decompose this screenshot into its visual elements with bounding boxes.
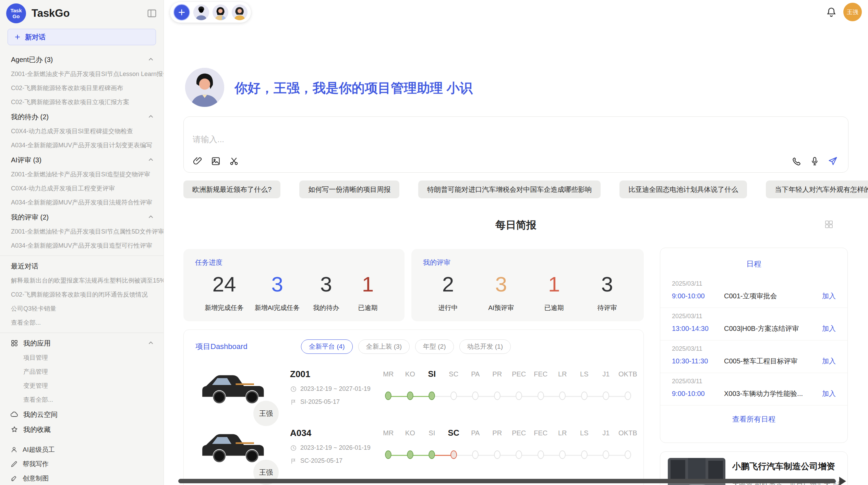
sidebar-item[interactable]: Z001-全新燃油皮卡产品开发项目SI节点Lesson Learn报告 [0,67,164,81]
sidebar-item-ai-employee[interactable]: AI超级员工 [0,443,164,457]
truck-image [196,423,268,466]
agent-avatar[interactable] [193,4,209,20]
app-item-change-mgmt[interactable]: 变更管理 [0,379,164,393]
filter-year-model[interactable]: 年型 (2) [415,339,454,354]
project-row-a034[interactable]: 王强 A034 2023-12-19 ~ 2026-01-19 SC-2025-… [184,419,643,478]
milestone-dot [625,391,631,400]
plus-icon [14,34,21,40]
attachment-icon[interactable] [193,156,203,166]
section-ai-review[interactable]: AI评审 (3) [0,152,164,167]
chat-input[interactable] [193,135,707,144]
recent-chat-item[interactable]: 公司Q3轻卡销量 [0,302,164,316]
chevron-up-icon[interactable] [147,113,155,121]
app-item-product-mgmt[interactable]: 产品管理 [0,365,164,379]
scroll-right-arrow[interactable] [839,477,846,485]
suggestion-chips: 欧洲新规最近颁布了什么? 如何写一份清晰的项目周报 特朗普可能对进口汽车增税会对… [183,181,855,198]
join-link[interactable]: 加入 [822,291,836,301]
apps-view-all[interactable]: 查看全部... [0,393,164,407]
star-icon [10,425,19,434]
sidebar-item[interactable]: C02-飞腾新能源轻客改款项目立项汇报方案 [0,95,164,109]
sidebar-item[interactable]: A034-全新新能源MUV产品开发项目法规符合性评审 [0,196,164,210]
sidebar-item[interactable]: A034-全新新能源MUV产品开发项目造型可行性评审 [0,239,164,253]
section-recent-chats: 最近对话 [0,259,164,274]
layout-grid-icon[interactable] [824,219,834,229]
image-upload-icon[interactable] [211,156,221,166]
suggestion-chip[interactable]: 欧洲新规最近颁布了什么? [183,181,280,198]
milestone-dot [625,450,631,459]
agent-avatar[interactable] [213,4,228,20]
my-reviews-title: 我的评审 [423,258,632,267]
schedule-event: 2025/03/11 9:00-10:00 X003-车辆动力学性能验... 加… [660,373,847,406]
join-link[interactable]: 加入 [822,389,836,398]
horizontal-scrollbar[interactable] [178,479,836,483]
pen-icon [10,475,18,482]
view-all-schedule-link[interactable]: 查看所有日程 [660,414,847,424]
milestone-dot [407,450,413,459]
agent-avatar[interactable] [232,4,248,20]
project-code: A034 [290,428,311,438]
chevron-up-icon[interactable] [147,339,155,347]
project-flag-date: SI-2025-05-17 [290,398,340,406]
cloud-icon [10,410,19,419]
stat-review-overdue: 1 已逾期 [539,270,569,312]
suggestion-chip[interactable]: 比亚迪全固态电池计划具体说了什么 [619,181,747,198]
plus-icon [177,8,186,17]
send-icon[interactable] [828,156,838,166]
notification-bell-icon[interactable] [825,6,837,18]
chevron-up-icon[interactable] [147,213,155,221]
filter-new-body[interactable]: 全新上装 (3) [358,339,410,354]
recent-chat-item[interactable]: 解释最新出台的欧盟报废车法规再生塑料比例被调至15%... [0,274,164,288]
greeting-text: 你好，王强，我是你的项目管理助理 小识 [234,79,473,97]
sidebar: Task Go TaskGo 新对话 Agent已办 (3) Z001-全新燃油… [0,0,164,485]
sidebar-item[interactable]: Z001-全新燃油轻卡产品开发项目SI节点属性5D文件评审 [0,225,164,239]
schedule-card: 日程 2025/03/11 9:00-10:00 C001-立项审批会 加入 2… [660,248,848,443]
recent-chat-item[interactable]: C02-飞腾新能源轻客改款项目的闭环通告反馈情况 [0,288,164,302]
chevron-up-icon[interactable] [147,156,155,164]
milestone-dot [603,450,609,459]
microphone-icon[interactable] [810,156,820,166]
user-avatar[interactable]: 王强 [843,3,862,21]
voice-call-icon[interactable] [792,156,801,166]
clock-icon [290,445,297,451]
sidebar-item-help-write[interactable]: 帮我写作 [0,457,164,471]
sidebar-item[interactable]: A034-全新新能源MUV产品开发项目计划变更表编写 [0,138,164,152]
sidebar-item-creative-draw[interactable]: 创意制图 [0,471,164,485]
sidebar-item[interactable]: C0X4-动力总成开发项目工程变更评审 [0,182,164,196]
sidebar-item-my-apps[interactable]: 我的应用 [0,336,164,351]
chevron-up-icon[interactable] [147,56,155,63]
project-dates: 2023-12-19 ~ 2026-01-19 [290,444,371,451]
sidebar-item[interactable]: C02-飞腾新能源轻客改款项目里程碑画布 [0,81,164,95]
section-my-todo[interactable]: 我的待办 (2) [0,109,164,124]
stat-pending-review: 3 待评审 [592,270,623,312]
filter-powertrain[interactable]: 动总开发 (1) [459,339,511,354]
recent-view-all[interactable]: 查看全部... [0,316,164,330]
milestone-dot [494,391,501,400]
sidebar-item-cloud-space[interactable]: 我的云空间 [0,407,164,422]
join-link[interactable]: 加入 [822,324,836,333]
section-agent-done[interactable]: Agent已办 (3) [0,52,164,67]
divider [0,333,164,333]
section-my-review[interactable]: 我的评审 (2) [0,210,164,225]
sidebar-collapse-icon[interactable] [146,8,157,19]
new-session-button[interactable] [173,4,190,21]
suggestion-chip[interactable]: 如何写一份清晰的项目周报 [299,181,399,198]
sidebar-item[interactable]: C0X4-动力总成开发项目SI里程碑提交物检查 [0,124,164,138]
truck-image [196,364,268,407]
milestone-dot [559,450,566,459]
filter-new-platform[interactable]: 全新平台 (4) [301,339,353,354]
milestone-dot [385,450,391,459]
stat-my-todo: 3 我的待办 [311,270,341,312]
milestone-dot [450,450,457,459]
suggestion-chip[interactable]: 特朗普可能对进口汽车增税会对中国车企造成哪些影响 [418,181,601,198]
join-link[interactable]: 加入 [822,357,836,366]
sidebar-item-favorites[interactable]: 我的收藏 [0,422,164,437]
new-chat-button[interactable]: 新对话 [8,29,156,45]
milestone-dot [429,391,435,400]
app-item-project-mgmt[interactable]: 项目管理 [0,351,164,365]
sidebar-item[interactable]: Z001-全新燃油轻卡产品开发项目SI造型提交物评审 [0,167,164,182]
milestone-dot [407,391,413,400]
suggestion-chip[interactable]: 当下年轻人对汽车外观有怎样的喜好趋势 [766,181,868,198]
screenshot-scissors-icon[interactable] [229,156,239,166]
milestone-track: MRKOSISCPAPRPECFECLRLSJ1OKTB [377,360,639,419]
project-row-z001[interactable]: 王强 Z001 2023-12-19 ~ 2027-01-19 SI-2025-… [184,360,643,419]
